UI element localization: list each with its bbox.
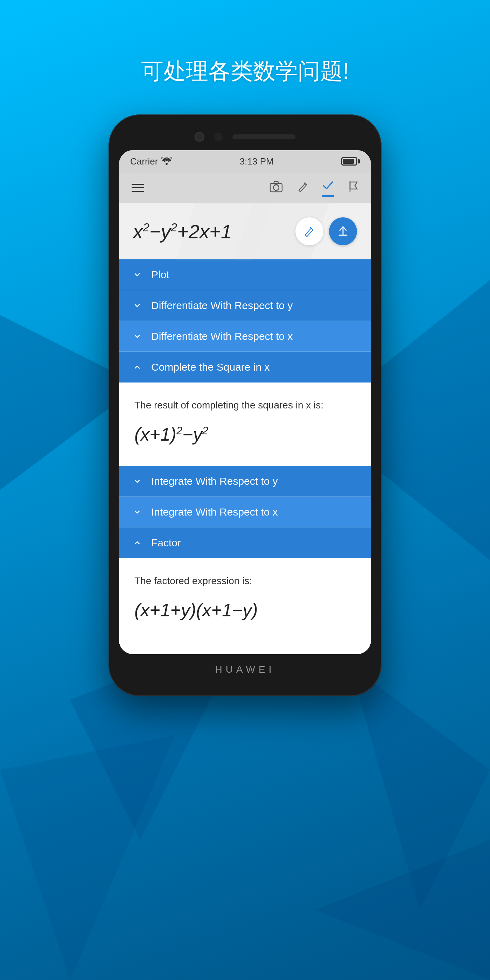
differentiate-y-chevron-icon [130,299,144,313]
complete-square-result-text: The result of completing the squares in … [134,398,356,413]
complete-square-result: The result of completing the squares in … [119,383,371,466]
factor-menu-item[interactable]: Factor [119,527,371,558]
hamburger-line-1 [132,184,144,185]
wifi-icon [161,158,172,165]
factor-result: The factored expression is: (x+1+y)(x+1−… [119,558,371,654]
proximity-sensor [214,133,223,141]
phone-top-hardware [119,132,371,142]
brand-logo: HUAWEI [215,664,275,675]
upload-formula-button[interactable] [329,217,357,245]
battery-indicator [341,157,360,165]
pencil-button[interactable] [297,181,308,195]
factor-chevron-icon [130,536,144,550]
factor-result-formula: (x+1+y)(x+1−y) [134,600,356,620]
earpiece-speaker [232,134,295,139]
differentiate-y-menu-item[interactable]: Differentiate With Respect to y [119,290,371,321]
carrier-info: Carrier [130,156,172,167]
front-camera [195,132,204,142]
phone-device: Carrier 3:13 PM [108,115,382,696]
svg-marker-4 [0,735,175,980]
operations-menu-list: Plot Differentiate With Respect to y [119,259,371,654]
app-toolbar [119,173,371,204]
svg-rect-9 [274,181,278,184]
phone-screen: Carrier 3:13 PM [119,150,371,654]
differentiate-x-chevron-icon [130,329,144,344]
integrate-x-chevron-icon [130,505,144,519]
edit-formula-button[interactable] [295,217,323,245]
integrate-y-menu-item[interactable]: Integrate With Respect to y [119,466,371,496]
formula-display-area: x2−y2+2x+1 [119,204,371,259]
page-title: 可处理各类数学问题! [141,56,349,86]
toolbar-right-icons [269,179,358,197]
svg-point-8 [274,185,279,190]
carrier-name: Carrier [130,156,158,167]
plot-chevron-icon [130,268,144,282]
complete-square-chevron-icon [130,360,144,374]
integrate-x-label: Integrate With Respect to x [151,506,278,518]
hamburger-line-2 [132,187,144,188]
phone-bottom-bar: HUAWEI [119,654,371,679]
hamburger-line-3 [132,191,144,192]
integrate-y-label: Integrate With Respect to y [151,475,278,487]
svg-point-6 [165,163,168,165]
integrate-x-menu-item[interactable]: Integrate With Respect to x [119,496,371,527]
factor-result-text: The factored expression is: [134,574,356,589]
plot-menu-item[interactable]: Plot [119,259,371,290]
flag-button[interactable] [348,181,358,195]
integrate-y-chevron-icon [130,474,144,488]
svg-marker-3 [350,665,490,910]
check-button[interactable] [322,179,334,197]
complete-square-label: Complete the Square in x [151,361,270,373]
plot-label: Plot [151,269,169,281]
differentiate-x-label: Differentiate With Respect to x [151,330,293,342]
main-formula: x2−y2+2x+1 [133,220,232,243]
menu-button[interactable] [132,184,144,192]
complete-square-menu-item[interactable]: Complete the Square in x [119,352,371,383]
factor-label: Factor [151,537,181,549]
differentiate-x-menu-item[interactable]: Differentiate With Respect to x [119,321,371,352]
camera-button[interactable] [269,181,283,195]
differentiate-y-label: Differentiate With Respect to y [151,300,293,312]
svg-marker-5 [315,840,490,980]
formula-action-buttons [295,217,357,245]
status-bar: Carrier 3:13 PM [119,150,371,173]
status-time: 3:13 PM [240,156,274,167]
complete-square-result-formula: (x+1)2−y2 [134,424,356,445]
